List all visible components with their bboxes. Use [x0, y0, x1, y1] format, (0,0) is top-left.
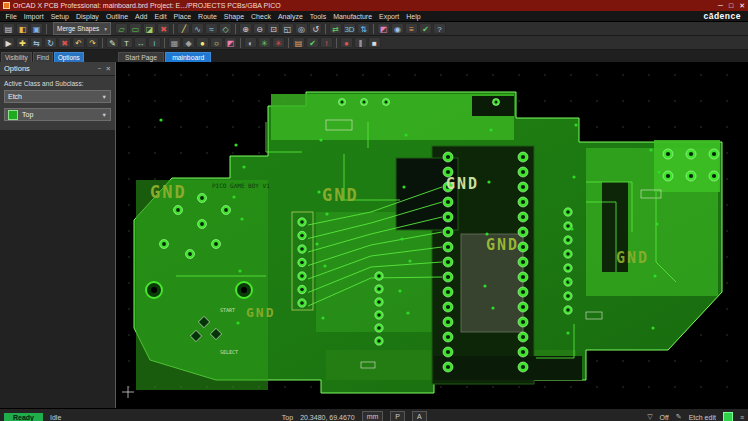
options-panel-empty-area — [0, 130, 115, 408]
edit-mode-icon: ✎ — [676, 413, 682, 421]
drc-update-icon[interactable]: ✔ — [306, 37, 319, 48]
doc-tab-start-page[interactable]: Start Page — [118, 52, 164, 62]
shadow-mode-icon[interactable]: ◐ — [244, 37, 257, 48]
zoom-world-icon[interactable]: ◎ — [295, 23, 308, 34]
menu-manufacture[interactable]: Manufacture — [330, 13, 376, 20]
zoom-out-icon[interactable]: ⊖ — [253, 23, 266, 34]
help-icon[interactable]: ? — [433, 23, 446, 34]
active-layer-indicator[interactable]: Top — [282, 414, 293, 421]
a-button[interactable]: A — [412, 411, 427, 421]
p-button[interactable]: P — [390, 411, 405, 421]
panel-pin-icon[interactable]: − — [98, 65, 102, 73]
design-canvas[interactable]: GND GND GND GND GND GND PICO GAME BOY V1… — [116, 62, 748, 408]
3d-canvas-icon[interactable]: 3D — [343, 23, 356, 34]
menu-check[interactable]: Check — [248, 13, 275, 20]
units-box[interactable]: mm — [362, 411, 384, 421]
close-button[interactable]: ✕ — [739, 0, 745, 11]
menu-shape[interactable]: Shape — [220, 13, 247, 20]
panel-tab-find[interactable]: Find — [33, 52, 53, 62]
maximize-button[interactable]: □ — [729, 0, 733, 11]
minimize-button[interactable]: ─ — [718, 0, 723, 11]
zoom-in-icon[interactable]: ⊕ — [239, 23, 252, 34]
open-drawing-icon[interactable]: ◧ — [16, 23, 29, 34]
chevron-down-icon: ▼ — [102, 94, 107, 100]
menu-export[interactable]: Export — [376, 13, 403, 20]
gnd-label: GND — [246, 305, 275, 320]
new-drawing-icon[interactable]: ▤ — [2, 23, 15, 34]
rats-all-icon[interactable]: ✳ — [258, 37, 271, 48]
redo-icon[interactable]: ↷ — [86, 37, 99, 48]
swap-layers-icon[interactable]: ⇄ — [329, 23, 342, 34]
idle-status: Idle — [50, 414, 61, 421]
stop-icon[interactable]: ■ — [368, 37, 381, 48]
text-edit-icon[interactable]: T — [120, 37, 133, 48]
delete-icon[interactable]: ✖ — [58, 37, 71, 48]
panel-close-icon[interactable]: ✕ — [106, 65, 111, 73]
assign-color-icon[interactable]: ◩ — [224, 37, 237, 48]
toolbar-separator — [336, 38, 337, 48]
menu-file[interactable]: File — [2, 13, 20, 20]
app-icon — [3, 2, 10, 9]
panel-tab-options[interactable]: Options — [54, 52, 84, 62]
panel-tab-visibility[interactable]: Visibility — [1, 52, 32, 62]
highlight-icon[interactable]: ● — [196, 37, 209, 48]
filter-icon[interactable]: ▽ — [647, 413, 652, 421]
status-check-icon[interactable]: ✔ — [419, 23, 432, 34]
shape-subtract-icon[interactable]: ▭ — [129, 23, 142, 34]
dehighlight-icon[interactable]: ○ — [210, 37, 223, 48]
vertex-icon[interactable]: ◇ — [219, 23, 232, 34]
color-dialog-icon[interactable]: ◩ — [377, 23, 390, 34]
show-element-icon[interactable]: i — [148, 37, 161, 48]
menu-tools[interactable]: Tools — [306, 13, 329, 20]
menu-import[interactable]: Import — [20, 13, 47, 20]
window-controls: ─ □ ✕ — [718, 0, 745, 11]
menu-setup[interactable]: Setup — [47, 13, 72, 20]
move-icon[interactable]: ✚ — [16, 37, 29, 48]
gnd-label: GND — [486, 236, 519, 254]
property-edit-icon[interactable]: ✎ — [106, 37, 119, 48]
save-drawing-icon[interactable]: ▣ — [30, 23, 43, 34]
unrats-all-icon[interactable]: ✳ — [272, 37, 285, 48]
menu-display[interactable]: Display — [72, 13, 102, 20]
filter-state: Off — [660, 414, 669, 421]
shape-add-icon[interactable]: ▱ — [115, 23, 128, 34]
doc-tab-mainboard[interactable]: mainboard — [165, 52, 211, 62]
merge-shapes-dropdown[interactable]: Merge Shapes▾ — [53, 22, 111, 35]
menu-analyze[interactable]: Analyze — [274, 13, 306, 20]
record-icon[interactable]: ● — [340, 37, 353, 48]
delay-tune-icon[interactable]: ≈ — [205, 23, 218, 34]
island-delete-icon[interactable]: ✖ — [157, 23, 170, 34]
silkscreen-start: START — [220, 307, 235, 313]
toolbar-separator — [173, 24, 174, 34]
select-tool-icon[interactable]: ▶ — [2, 37, 15, 48]
spin-icon[interactable]: ↻ — [44, 37, 57, 48]
overflow-menu-icon[interactable]: ≡ — [740, 414, 744, 421]
grid-toggle-icon[interactable]: ▦ — [168, 37, 181, 48]
title-bar: OrCAD X PCB Professional: mainboard.brd … — [0, 0, 748, 11]
menu-edit[interactable]: Edit — [151, 13, 170, 20]
add-connect-icon[interactable]: ╱ — [177, 23, 190, 34]
flip-design-icon[interactable]: ⇅ — [357, 23, 370, 34]
constraint-manager-icon[interactable]: ▤ — [292, 37, 305, 48]
zoom-fit-icon[interactable]: ◱ — [281, 23, 294, 34]
shape-select-icon[interactable]: ◪ — [143, 23, 156, 34]
zoom-by-points-icon[interactable]: ⊡ — [267, 23, 280, 34]
undo-icon[interactable]: ↶ — [72, 37, 85, 48]
measure-icon[interactable]: ↔ — [134, 37, 147, 48]
menu-help[interactable]: Help — [403, 13, 424, 20]
menu-place[interactable]: Place — [170, 13, 195, 20]
menu-outline[interactable]: Outline — [102, 13, 131, 20]
zoom-previous-icon[interactable]: ↺ — [309, 23, 322, 34]
mirror-icon[interactable]: ⇆ — [30, 37, 43, 48]
menu-route[interactable]: Route — [195, 13, 221, 20]
visibility-icon[interactable]: ◉ — [391, 23, 404, 34]
pause-icon[interactable]: ∥ — [354, 37, 367, 48]
snap-toggle-icon[interactable]: ◆ — [182, 37, 195, 48]
subclass-dropdown[interactable]: Top ▼ — [4, 108, 111, 121]
cross-section-icon[interactable]: ≡ — [405, 23, 418, 34]
menu-add[interactable]: Add — [132, 13, 151, 20]
slide-icon[interactable]: ∿ — [191, 23, 204, 34]
drc-error-icon[interactable]: ! — [320, 37, 333, 48]
class-dropdown[interactable]: Etch ▼ — [4, 90, 111, 103]
toolbar-separator — [235, 24, 236, 34]
